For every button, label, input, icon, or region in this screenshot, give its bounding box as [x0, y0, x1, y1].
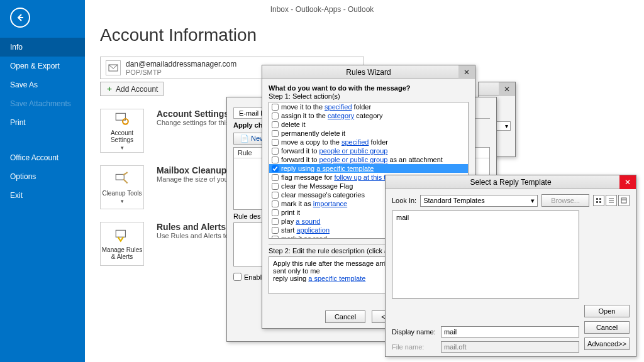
action-link[interactable]: people or public group [319, 147, 388, 155]
template-list[interactable]: mail [392, 211, 579, 299]
action-link[interactable]: importance [313, 200, 347, 207]
close-icon[interactable]: ✕ [619, 175, 636, 189]
nav-exit[interactable]: Exit [0, 186, 85, 205]
tile-cleanup-tools[interactable]: Cleanup Tools ▾ [100, 165, 144, 209]
enable-rules-label: Enabl [244, 273, 262, 281]
svg-rect-13 [621, 198, 626, 203]
action-link[interactable]: category [328, 112, 354, 119]
desc-template-link[interactable]: a specific template [308, 275, 365, 282]
tile-label: Manage Rules & Alerts [101, 246, 143, 260]
wizard-step1-label: Step 1: Select action(s) [269, 92, 469, 100]
action-checkbox[interactable] [272, 139, 279, 146]
action-link[interactable]: specified [325, 103, 352, 111]
action-text: clear message's categories [281, 190, 365, 199]
dialog-select-reply-template: Select a Reply Template ✕ Look In: Stand… [385, 175, 636, 357]
wizard-cancel-button[interactable]: Cancel [325, 310, 365, 323]
nav-print[interactable]: Print [0, 113, 85, 132]
rules-icon [114, 228, 130, 244]
page-title: Account Information [100, 25, 629, 45]
action-text: assign it to the category category [281, 111, 382, 120]
enable-rules-checkbox[interactable] [233, 273, 242, 281]
action-text: start application [281, 226, 330, 234]
svg-rect-4 [116, 174, 124, 180]
action-link[interactable]: a specific template [316, 165, 374, 172]
action-text: delete it [281, 120, 306, 129]
close-icon[interactable]: ✕ [458, 65, 475, 79]
action-checkbox[interactable] [272, 209, 279, 216]
svg-rect-8 [596, 201, 598, 203]
action-text: print it [281, 208, 300, 217]
dialog-title: Select a Reply Template [470, 178, 551, 187]
svg-rect-6 [596, 198, 598, 200]
action-checkbox[interactable] [272, 156, 279, 163]
svg-rect-9 [599, 201, 601, 203]
action-link[interactable]: specified [341, 138, 369, 146]
add-account-button[interactable]: ＋ Add Account [100, 82, 164, 96]
lookin-dropdown[interactable]: Standard Templates▾ [420, 195, 538, 207]
action-checkbox[interactable] [272, 192, 279, 199]
template-item[interactable]: mail [396, 214, 409, 221]
close-icon[interactable]: ✕ [499, 82, 515, 96]
action-checkbox[interactable] [272, 104, 279, 111]
action-link[interactable]: a sound [296, 217, 320, 225]
nav-save-as[interactable]: Save As [0, 75, 85, 94]
browse-button: Browse... [541, 194, 589, 207]
backstage-sidebar: Info Open & Export Save As Save Attachme… [0, 0, 85, 362]
wizard-action-row[interactable]: assign it to the category category [269, 111, 468, 120]
action-checkbox[interactable] [272, 183, 279, 190]
action-checkbox[interactable] [272, 121, 279, 128]
svg-rect-5 [116, 230, 125, 237]
view-list-button[interactable] [606, 195, 617, 206]
action-checkbox[interactable] [272, 200, 279, 207]
action-text: play a sound [281, 217, 320, 226]
nav-options[interactable]: Options [0, 167, 85, 186]
action-checkbox[interactable] [272, 174, 279, 181]
action-text: forward it to people or public group as … [281, 155, 443, 164]
display-name-input[interactable] [441, 326, 579, 337]
tile-account-settings[interactable]: Account Settings ▾ [100, 109, 144, 153]
action-checkbox[interactable] [272, 227, 279, 234]
action-checkbox[interactable] [272, 148, 279, 155]
action-text: flag message for follow up at this time [281, 173, 397, 182]
dialog-title: Rules Wizard [346, 68, 391, 77]
wizard-action-row[interactable]: reply using a specific template [269, 164, 468, 173]
cancel-button[interactable]: Cancel [584, 321, 630, 334]
account-icon [106, 60, 121, 75]
wizard-action-row[interactable]: move it to the specified folder [269, 102, 468, 111]
wizard-action-row[interactable]: forward it to people or public group [269, 146, 468, 155]
open-button[interactable]: Open [584, 305, 630, 317]
tile-manage-rules[interactable]: Manage Rules & Alerts [100, 222, 144, 266]
view-large-icons-button[interactable] [593, 195, 604, 206]
action-link[interactable]: application [296, 226, 330, 234]
wizard-action-row[interactable]: forward it to people or public group as … [269, 155, 468, 164]
action-checkbox[interactable] [272, 112, 279, 119]
display-name-label: Display name: [392, 328, 437, 336]
view-details-button[interactable] [618, 195, 630, 206]
action-text: forward it to people or public group [281, 146, 387, 155]
wizard-action-row[interactable]: permanently delete it [269, 129, 468, 138]
wizard-question: What do you want to do with the message? [269, 84, 469, 92]
broom-icon [114, 171, 130, 187]
action-text: permanently delete it [281, 129, 345, 138]
action-text: mark it as read [281, 234, 327, 239]
wizard-action-row[interactable]: move a copy to the specified folder [269, 138, 468, 146]
tile-label: Account Settings [101, 129, 143, 143]
action-checkbox[interactable] [272, 218, 279, 225]
wizard-action-row[interactable]: delete it [269, 120, 468, 129]
lookin-label: Look In: [392, 197, 416, 204]
nav-info[interactable]: Info [0, 38, 85, 57]
action-checkbox[interactable] [272, 236, 279, 239]
advanced-button[interactable]: Advanced>> [584, 337, 630, 350]
svg-rect-7 [599, 198, 601, 200]
tile-label: Cleanup Tools [102, 190, 142, 197]
action-text: move it to the specified folder [281, 102, 371, 111]
window-title: Inbox - Outlook-Apps - Outlook [0, 0, 644, 19]
nav-office-account[interactable]: Office Account [0, 148, 85, 167]
file-name-input [441, 341, 579, 353]
action-checkbox[interactable] [272, 165, 279, 172]
action-link[interactable]: people or public group [319, 156, 388, 163]
file-name-label: File name: [392, 343, 437, 351]
action-checkbox[interactable] [272, 130, 279, 137]
back-button[interactable] [10, 8, 30, 28]
nav-open-export[interactable]: Open & Export [0, 57, 85, 75]
